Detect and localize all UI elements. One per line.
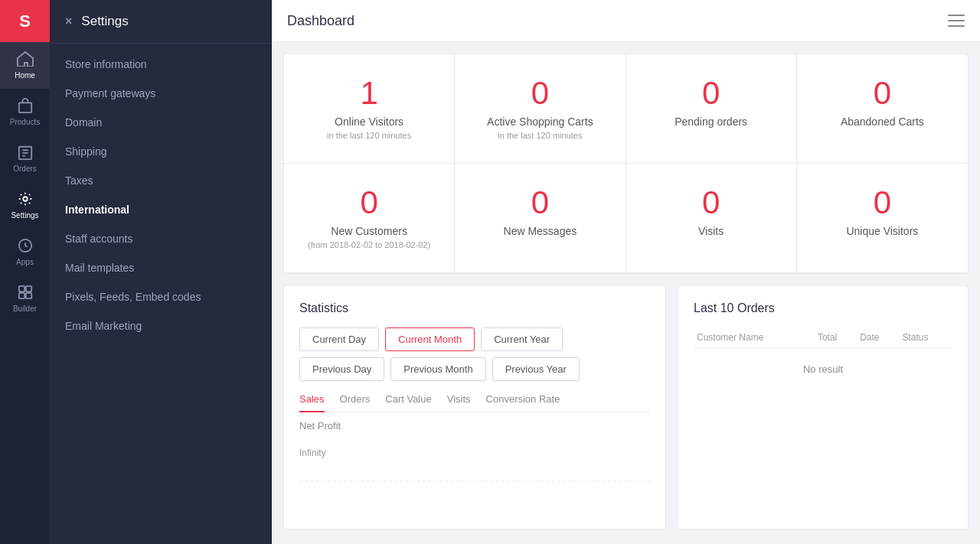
sidebar-item-apps[interactable]: Apps xyxy=(0,229,50,275)
stat-sublabel: in the last 120 minutes xyxy=(470,131,609,140)
col-total: Total xyxy=(815,327,857,348)
top-header: Dashboard xyxy=(272,0,980,42)
settings-header: × Settings xyxy=(50,0,272,44)
sidebar-item-label: Orders xyxy=(13,165,37,173)
app-logo[interactable]: S xyxy=(0,0,50,42)
svg-rect-6 xyxy=(18,293,24,298)
settings-menu-taxes[interactable]: Taxes xyxy=(50,166,272,195)
hamburger-line xyxy=(948,25,965,27)
logo-icon: S xyxy=(19,11,31,31)
hamburger-line xyxy=(948,20,965,21)
orders-table: Customer Name Total Date Status No resul… xyxy=(694,327,952,390)
sidebar-item-orders[interactable]: Orders xyxy=(0,135,50,182)
builder-icon xyxy=(17,285,34,301)
svg-rect-7 xyxy=(25,293,31,298)
stat-unique-visitors: 0 Unique Visitors xyxy=(797,164,968,273)
stat-new-messages: 0 New Messages xyxy=(455,164,626,273)
stat-value: 0 xyxy=(812,187,952,219)
stat-online-visitors: 1 Online Visitors in the last 120 minute… xyxy=(284,54,455,164)
sidebar-item-products[interactable]: Products xyxy=(0,89,50,135)
products-icon xyxy=(17,98,34,115)
settings-menu-store-information[interactable]: Store information xyxy=(50,50,272,79)
settings-title: Settings xyxy=(81,14,128,29)
tab-sales[interactable]: Sales xyxy=(299,393,325,412)
sidebar-item-settings[interactable]: Settings xyxy=(0,182,50,229)
statistics-panel: Statistics Current Day Current Month Cur… xyxy=(283,285,666,529)
time-btn-current-month[interactable]: Current Month xyxy=(385,327,475,351)
col-customer-name: Customer Name xyxy=(694,327,815,348)
stat-label: Online Visitors xyxy=(299,116,439,128)
col-date: Date xyxy=(857,327,899,348)
orders-panel-title: Last 10 Orders xyxy=(694,301,952,315)
stat-sublabel: in the last 120 minutes xyxy=(299,131,439,140)
stat-label: Abandoned Carts xyxy=(812,116,952,128)
stat-value: 0 xyxy=(470,77,609,109)
apps-icon xyxy=(17,238,34,255)
bottom-section: Statistics Current Day Current Month Cur… xyxy=(272,274,980,541)
settings-menu-pixels-feeds[interactable]: Pixels, Feeds, Embed codes xyxy=(50,282,272,311)
time-btn-previous-day[interactable]: Previous Day xyxy=(299,357,384,381)
svg-rect-4 xyxy=(18,286,24,292)
settings-icon xyxy=(17,191,34,208)
stat-value: 0 xyxy=(642,77,781,109)
tab-net-profit[interactable]: Net Profit xyxy=(299,420,341,439)
page-title: Dashboard xyxy=(287,13,354,29)
sidebar-item-label: Settings xyxy=(11,211,38,220)
stat-value: 1 xyxy=(299,77,439,109)
orders-panel: Last 10 Orders Customer Name Total Date … xyxy=(678,285,969,529)
stat-label: New Messages xyxy=(470,225,609,237)
time-buttons-row2: Previous Day Previous Month Previous Yea… xyxy=(299,357,650,381)
settings-menu-email-marketing[interactable]: Email Marketing xyxy=(50,311,272,340)
icon-nav: S Home Products Orders xyxy=(0,0,50,544)
settings-menu: Store information Payment gateways Domai… xyxy=(50,44,272,347)
settings-close-button[interactable]: × xyxy=(65,15,72,28)
svg-rect-0 xyxy=(18,103,31,112)
settings-menu-payment-gateways[interactable]: Payment gateways xyxy=(50,79,272,108)
time-btn-current-day[interactable]: Current Day xyxy=(299,327,379,351)
stat-value: 0 xyxy=(470,187,609,219)
time-btn-current-year[interactable]: Current Year xyxy=(481,327,563,351)
time-btn-previous-year[interactable]: Previous Year xyxy=(492,357,580,381)
settings-menu-domain[interactable]: Domain xyxy=(50,108,272,137)
time-btn-previous-month[interactable]: Previous Month xyxy=(390,357,485,381)
main-area: Dashboard 1 Online Visitors in the last … xyxy=(272,0,980,544)
sidebar-item-label: Products xyxy=(10,118,40,126)
stat-label: New Customers xyxy=(299,225,439,237)
settings-menu-mail-templates[interactable]: Mail templates xyxy=(50,253,272,282)
sidebar-item-label: Builder xyxy=(13,305,37,313)
sidebar-item-builder[interactable]: Builder xyxy=(0,275,50,322)
stat-sublabel: (from 2018-02-02 to 2018-02-02) xyxy=(299,240,439,249)
stat-label: Unique Visitors xyxy=(812,225,952,237)
sidebar-item-label: Apps xyxy=(16,258,34,266)
stat-label: Visits xyxy=(642,225,781,237)
orders-icon xyxy=(17,145,34,161)
stat-active-carts: 0 Active Shopping Carts in the last 120 … xyxy=(455,54,626,164)
chart-svg xyxy=(299,458,650,504)
hamburger-menu[interactable] xyxy=(948,15,965,27)
chart-tabs: Sales Orders Cart Value Visits Conversio… xyxy=(299,393,650,412)
time-buttons-row1: Current Day Current Month Current Year xyxy=(299,327,650,351)
tab-visits[interactable]: Visits xyxy=(447,393,471,412)
stat-value: 0 xyxy=(812,77,952,109)
tab-orders[interactable]: Orders xyxy=(340,393,371,412)
stat-abandoned-carts: 0 Abandoned Carts xyxy=(797,54,968,164)
sidebar-item-label: Home xyxy=(15,71,35,80)
tab-cart-value[interactable]: Cart Value xyxy=(385,393,431,412)
settings-menu-staff-accounts[interactable]: Staff accounts xyxy=(50,224,272,253)
no-result: No result xyxy=(694,348,952,391)
sidebar-item-home[interactable]: Home xyxy=(0,42,50,89)
stat-visits: 0 Visits xyxy=(626,164,797,273)
stat-new-customers: 0 New Customers (from 2018-02-02 to 2018… xyxy=(284,164,455,273)
stat-value: 0 xyxy=(299,187,439,219)
chart-y-label: Infinity xyxy=(299,448,650,458)
settings-menu-international[interactable]: International xyxy=(50,195,272,224)
svg-point-2 xyxy=(23,197,27,200)
statistics-title: Statistics xyxy=(299,301,650,315)
svg-rect-5 xyxy=(25,286,31,292)
main-content: 1 Online Visitors in the last 120 minute… xyxy=(272,42,980,544)
tab-conversion-rate[interactable]: Conversion Rate xyxy=(486,393,560,412)
stat-value: 0 xyxy=(642,187,781,219)
settings-menu-shipping[interactable]: Shipping xyxy=(50,137,272,166)
chart-area: Infinity xyxy=(299,441,650,513)
stat-label: Active Shopping Carts xyxy=(470,116,609,128)
